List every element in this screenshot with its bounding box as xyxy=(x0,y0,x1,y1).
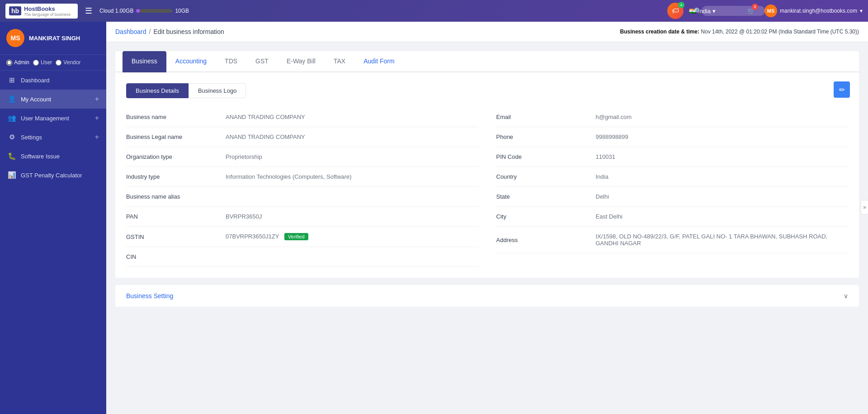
tab-tds[interactable]: TDS xyxy=(216,51,246,72)
sidebar-item-label: Dashboard xyxy=(21,77,50,84)
field-email: Email h@gmail.com xyxy=(496,107,849,127)
tab-audit-form[interactable]: Audit Form xyxy=(354,51,403,72)
dashboard-icon: ⊞ xyxy=(7,76,16,84)
storage-total-label: 10GB xyxy=(175,8,189,14)
business-setting-label: Business Setting xyxy=(126,292,173,300)
right-collapse-button[interactable]: » xyxy=(861,200,868,214)
tab-eway-bill[interactable]: E-Way Bill xyxy=(278,51,325,72)
sub-tabs: Business Details Business Logo xyxy=(126,83,848,98)
tab-tax[interactable]: TAX xyxy=(325,51,354,72)
field-organization-type: Organization type Proprietorship xyxy=(126,147,478,167)
business-fields-right: Email h@gmail.com Phone 9988998899 PIN C… xyxy=(496,107,849,267)
app-logo: hb HostBooks The language of business xyxy=(5,4,78,19)
topbar: hb HostBooks The language of business ☰ … xyxy=(0,0,868,22)
business-fields-left: Business name ANAND TRADING COMPANY Busi… xyxy=(126,107,478,267)
field-business-legal-name: Business Legal name ANAND TRADING COMPAN… xyxy=(126,127,478,147)
tabs-bar: Business Accounting TDS GST E-Way Bill T… xyxy=(115,51,859,72)
sidebar: MS MANKIRAT SINGH Admin User Vendor ⊞ Da… xyxy=(0,22,106,414)
logo-text: HostBooks The language of business xyxy=(24,5,71,17)
field-city: City East Delhi xyxy=(496,207,849,227)
gst-penalty-icon: 📊 xyxy=(7,171,16,179)
page-content: Business Accounting TDS GST E-Way Bill T… xyxy=(106,42,868,414)
verified-badge: Verified xyxy=(284,233,308,240)
tab-accounting[interactable]: Accounting xyxy=(166,51,216,72)
profile-name: MANKIRAT SINGH xyxy=(29,35,80,42)
sidebar-profile: MS MANKIRAT SINGH xyxy=(0,22,106,55)
plus-icon[interactable]: + xyxy=(95,133,99,141)
biz-creation-time: Business creation date & time: Nov 14th,… xyxy=(620,29,859,35)
user-menu[interactable]: MS mankirat.singh@hostbooks.com ▾ xyxy=(764,5,863,17)
business-setting-bar[interactable]: Business Setting ∨ xyxy=(115,285,859,307)
business-details-grid: Business name ANAND TRADING COMPANY Busi… xyxy=(126,107,848,267)
role-vendor[interactable]: Vendor xyxy=(56,59,80,66)
storage-used-label: Cloud 1.00GB xyxy=(99,8,133,14)
breadcrumb-home[interactable]: Dashboard xyxy=(115,28,146,35)
sidebar-item-user-management[interactable]: 👥 User Management + xyxy=(0,109,106,128)
field-pin-code: PIN Code 110031 xyxy=(496,147,849,167)
sidebar-item-software-issue[interactable]: 🐛 Software Issue xyxy=(0,147,106,166)
biz-creation-value: Nov 14th, 2022 @ 01:20:02 PM (India Stan… xyxy=(701,29,859,35)
software-issue-icon: 🐛 xyxy=(7,152,16,160)
user-avatar-sm: MS xyxy=(764,5,777,17)
hamburger-icon[interactable]: ☰ xyxy=(83,4,94,18)
main-layout: MS MANKIRAT SINGH Admin User Vendor ⊞ Da… xyxy=(0,22,868,414)
sidebar-item-label: Software Issue xyxy=(21,153,60,160)
chevron-down-icon: ∨ xyxy=(844,292,848,300)
my-account-icon: 👤 xyxy=(7,95,16,103)
user-management-icon: 👥 xyxy=(7,114,16,122)
storage-fill xyxy=(136,9,140,13)
role-admin[interactable]: Admin xyxy=(6,59,29,66)
sidebar-item-dashboard[interactable]: ⊞ Dashboard xyxy=(0,71,106,90)
field-cin: CIN xyxy=(126,247,478,267)
search-icon-btn[interactable]: 🔍 xyxy=(721,3,737,19)
business-card: Business Details Business Logo ✏ Busines… xyxy=(115,72,859,278)
sidebar-item-label: GST Penalty Calculator xyxy=(21,172,82,179)
user-email-label: mankirat.singh@hostbooks.com xyxy=(780,8,857,14)
sub-tab-business-logo[interactable]: Business Logo xyxy=(189,83,246,98)
field-pan: PAN BVRPR3650J xyxy=(126,207,478,227)
field-phone: Phone 9988998899 xyxy=(496,127,849,147)
sidebar-item-label: My Account xyxy=(21,96,51,103)
sidebar-item-my-account[interactable]: 👤 My Account + xyxy=(0,90,106,109)
storage-bar xyxy=(136,9,172,13)
field-state: State Delhi xyxy=(496,187,849,207)
promo-plus-icon: + xyxy=(678,2,684,8)
breadcrumb-bar: Dashboard / Edit business information Bu… xyxy=(106,22,868,42)
tab-gst[interactable]: GST xyxy=(246,51,278,72)
promo-icon[interactable]: 🏷 + xyxy=(667,3,684,19)
user-chevron-icon: ▾ xyxy=(860,8,863,14)
role-selector: Admin User Vendor xyxy=(0,55,106,71)
profile-avatar: MS xyxy=(6,29,24,47)
field-business-name: Business name ANAND TRADING COMPANY xyxy=(126,107,478,127)
logo-hb-icon: hb xyxy=(9,6,21,15)
settings-icon: ⚙ xyxy=(7,133,16,141)
content-area: Dashboard / Edit business information Bu… xyxy=(106,22,868,414)
field-business-alias: Business name alias xyxy=(126,187,478,207)
sidebar-item-gst-penalty[interactable]: 📊 GST Penalty Calculator xyxy=(0,166,106,185)
breadcrumb: Dashboard / Edit business information xyxy=(115,28,224,35)
role-user[interactable]: User xyxy=(33,59,52,66)
tab-business[interactable]: Business xyxy=(123,51,166,72)
cart-badge: 0 xyxy=(752,4,758,10)
search-icon: 🔍 xyxy=(694,7,702,14)
field-industry-type: Industry type Information Technologies (… xyxy=(126,167,478,187)
storage-info: Cloud 1.00GB 10GB xyxy=(99,8,189,14)
field-gstin: GSTIN 07BVRPR3650J1ZY Verified xyxy=(126,227,478,247)
edit-button[interactable]: ✏ xyxy=(834,81,850,98)
sidebar-item-settings[interactable]: ⚙ Settings + xyxy=(0,128,106,147)
plus-icon[interactable]: + xyxy=(95,114,99,122)
sidebar-item-label: User Management xyxy=(21,115,69,122)
breadcrumb-separator: / xyxy=(149,28,151,35)
plus-icon[interactable]: + xyxy=(95,95,99,103)
sidebar-item-label: Settings xyxy=(21,134,42,141)
field-address: Address IX/1598, OLD NO-489/22/3, G/F, P… xyxy=(496,227,849,253)
breadcrumb-current: Edit business information xyxy=(153,28,224,35)
sub-tab-business-details[interactable]: Business Details xyxy=(126,83,189,98)
cart-button[interactable]: 🛒 0 xyxy=(743,3,759,19)
field-country: Country India xyxy=(496,167,849,187)
